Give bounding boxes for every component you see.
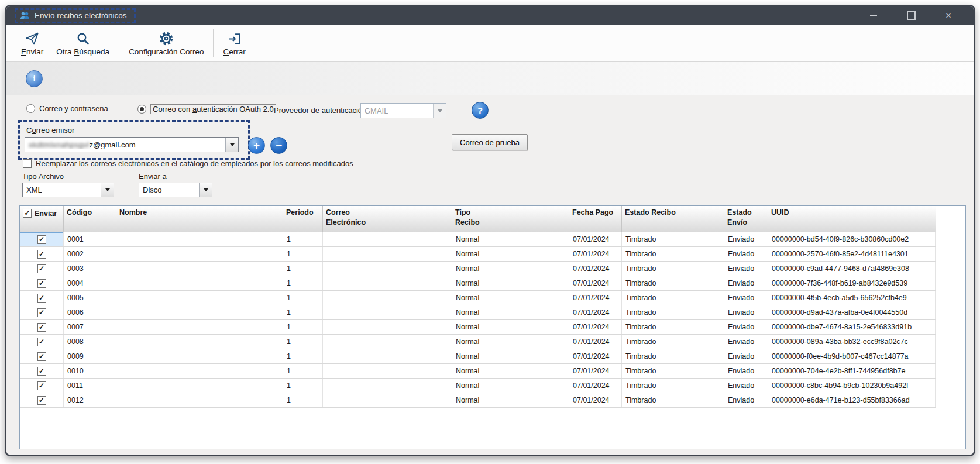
cell-tipo-recibo: Normal [452,379,569,393]
replace-emails-checkbox-row[interactable]: Reemplazar los correos electrónicos en e… [23,159,353,168]
cell-codigo: 0012 [64,393,116,407]
mail-config-button[interactable]: Configuración Correo [122,25,210,61]
cell-enviar[interactable] [20,291,64,305]
titlebar[interactable]: Envío recibos electrónicos × [6,6,974,25]
cell-enviar[interactable] [20,305,64,319]
row-checkbox[interactable] [37,279,46,288]
cell-fecha-pago: 07/01/2024 [569,291,622,305]
cell-tipo-recibo: Normal [452,320,569,334]
radio-circle[interactable] [26,104,35,113]
header-tipo-recibo: Tipo Recibo [452,206,569,232]
radio-correo-contrasena-label: Correo y contraseña [39,104,108,113]
row-checkbox[interactable] [37,308,46,317]
remove-email-button[interactable]: − [270,137,287,154]
chevron-down-icon[interactable] [225,138,238,152]
cell-enviar[interactable] [20,335,64,349]
row-checkbox[interactable] [37,381,46,390]
header-estado-recibo: Estado Recibo [622,206,724,232]
cell-nombre [116,393,283,407]
mail-config-button-label: Configuración Correo [129,47,204,56]
header-fecha-pago: Fecha Pago [569,206,622,232]
search-again-button[interactable]: Otra Búsqueda [50,25,116,61]
cell-nombre [116,335,283,349]
cell-periodo: 1 [283,393,323,407]
app-window: Envío recibos electrónicos × Enviar [5,5,975,456]
cell-enviar[interactable] [20,232,64,246]
cell-fecha-pago: 07/01/2024 [569,276,622,290]
cell-enviar[interactable] [20,379,64,393]
row-checkbox[interactable] [37,250,46,259]
send-to-value: Disco [139,185,199,194]
cell-correo [323,305,452,319]
cell-periodo: 1 [283,335,323,349]
cell-estado-envio: Enviado [724,364,768,378]
sender-email-redacted: xkdtmlxnahpsgvl [29,140,90,149]
sender-email-select[interactable]: xkdtmlxnahpsgvlz@gmail.com [25,137,239,152]
chevron-down-icon[interactable] [101,183,114,197]
row-checkbox[interactable] [37,396,46,405]
toolbar-separator [119,29,119,57]
cell-enviar[interactable] [20,393,64,407]
cell-nombre [116,276,283,290]
row-checkbox[interactable] [37,323,46,332]
close-tool-button-label: Cerrar [223,47,245,56]
cell-estado-envio: Enviado [724,335,768,349]
replace-emails-checkbox[interactable] [23,159,32,168]
send-to-select[interactable]: Disco [139,183,212,197]
header-codigo: Código [64,206,116,232]
sender-email-visible: z@gmail.com [90,140,136,149]
cell-enviar[interactable] [20,276,64,290]
cell-periodo: 1 [283,364,323,378]
minimize-button[interactable] [866,9,881,22]
cell-estado-envio: Enviado [724,379,768,393]
row-checkbox[interactable] [37,264,46,273]
file-type-select[interactable]: XML [22,183,114,197]
cell-enviar[interactable] [20,349,64,363]
cell-periodo: 1 [283,305,323,319]
cell-periodo: 1 [283,349,323,363]
cell-enviar[interactable] [20,320,64,334]
row-checkbox[interactable] [37,338,46,346]
send-button[interactable]: Enviar [15,25,50,61]
cell-estado-envio: Enviado [724,349,768,363]
cell-nombre [116,232,283,246]
cell-estado-recibo: Timbrado [622,335,724,349]
cell-correo [323,320,452,334]
add-email-button[interactable]: + [248,137,265,154]
help-icon[interactable]: ? [472,102,489,119]
cell-enviar[interactable] [20,247,64,261]
radio-oauth[interactable]: Correo con autenticación OAuth 2.0 [137,104,276,114]
chevron-down-icon[interactable] [199,183,212,197]
cell-tipo-recibo: Normal [452,232,569,246]
test-email-button[interactable]: Correo de prueba [452,134,528,150]
row-checkbox[interactable] [37,352,46,361]
chevron-down-icon[interactable] [433,104,446,118]
cell-tipo-recibo: Normal [452,305,569,319]
cell-enviar[interactable] [20,262,64,276]
row-checkbox[interactable] [37,235,46,244]
close-button[interactable]: × [941,9,956,22]
select-all-checkbox[interactable] [23,209,32,218]
row-checkbox[interactable] [37,294,46,303]
cell-fecha-pago: 07/01/2024 [569,379,622,393]
table-row: 0007 1 Normal 07/01/2024 Timbrado Enviad… [20,320,936,335]
cell-enviar[interactable] [20,364,64,378]
close-tool-button[interactable]: Cerrar [216,25,252,61]
maximize-button[interactable] [903,9,919,22]
table-row: 0004 1 Normal 07/01/2024 Timbrado Enviad… [20,276,936,291]
search-again-button-label: Otra Búsqueda [56,47,109,56]
row-checkbox[interactable] [37,367,46,376]
cell-estado-envio: Enviado [724,262,768,276]
main-panel: Correo y contraseña Correo con autentica… [6,95,974,455]
sender-email-label: Correo emisor [26,126,74,135]
cell-estado-envio: Enviado [724,305,768,319]
cell-tipo-recibo: Normal [452,291,569,305]
sender-email-value: xkdtmlxnahpsgvlz@gmail.com [25,140,225,149]
cell-estado-recibo: Timbrado [622,232,724,246]
cell-fecha-pago: 07/01/2024 [569,232,622,246]
cell-codigo: 0002 [64,247,116,261]
table-row: 0008 1 Normal 07/01/2024 Timbrado Enviad… [20,335,936,349]
provider-select[interactable]: GMAIL [360,103,446,118]
radio-circle[interactable] [137,105,146,114]
radio-correo-contrasena[interactable]: Correo y contraseña [26,104,108,113]
